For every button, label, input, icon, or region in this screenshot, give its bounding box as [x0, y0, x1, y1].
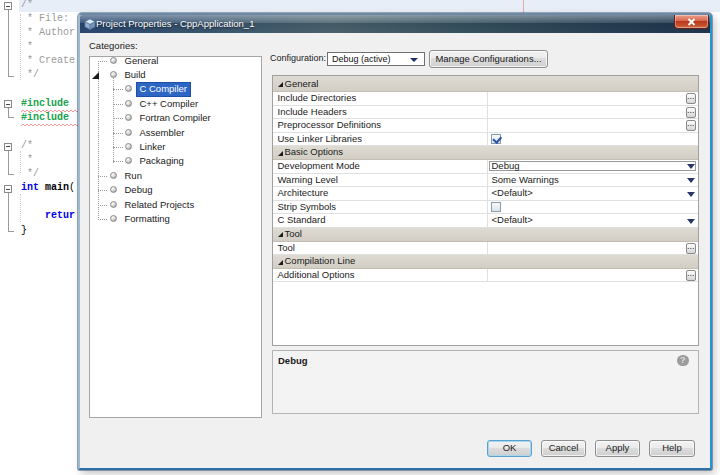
tree-item-fortran-compiler[interactable]: Fortran Compiler: [90, 111, 261, 125]
tree-item-packaging[interactable]: Packaging: [90, 154, 261, 168]
checkbox-checked[interactable]: [491, 134, 501, 144]
property-value-cell[interactable]: Debug: [487, 160, 698, 173]
tree-item-label: Run: [125, 170, 142, 183]
chevron-down-icon[interactable]: [687, 178, 695, 183]
chevron-down-icon[interactable]: [687, 164, 695, 169]
help-icon[interactable]: ?: [677, 355, 689, 367]
property-label: Use Linker Libraries: [278, 133, 362, 146]
property-row-warning-level[interactable]: Warning Level Some Warnings: [273, 174, 698, 188]
tree-item-assembler[interactable]: Assembler: [90, 126, 261, 140]
fold-collapse-icon[interactable]: [4, 143, 12, 151]
property-value: Some Warnings: [492, 174, 559, 187]
property-label: Tool: [278, 242, 295, 255]
selected-property-name: Debug: [278, 355, 308, 366]
property-value-cell[interactable]: ...: [487, 119, 698, 132]
property-label: Additional Options: [278, 269, 355, 282]
dialog-title: Project Properties - CppApplication_1: [96, 18, 254, 29]
source-code: /* * File: * Author * * Create */ #inclu…: [21, 0, 75, 238]
category-node-icon: [125, 100, 132, 107]
property-value-cell[interactable]: ...: [487, 92, 698, 105]
ellipsis-button[interactable]: ...: [686, 243, 697, 254]
chevron-down-icon[interactable]: [687, 219, 695, 224]
property-value-cell[interactable]: ...: [487, 106, 698, 119]
section-expanded-icon: [278, 82, 283, 87]
fold-collapse-icon[interactable]: [4, 2, 12, 10]
property-row-strip-symbols[interactable]: Strip Symbols: [273, 201, 698, 215]
property-row-tool[interactable]: Tool ...: [273, 242, 698, 256]
dialog-titlebar[interactable]: Project Properties - CppApplication_1: [80, 15, 710, 33]
fold-end-corner: [8, 117, 14, 118]
ellipsis-button[interactable]: ...: [686, 270, 697, 281]
ok-button[interactable]: OK: [487, 440, 532, 457]
tree-item-build[interactable]: Build: [90, 68, 261, 82]
cancel-button[interactable]: Cancel: [541, 440, 586, 457]
ellipsis-button[interactable]: ...: [686, 120, 697, 131]
property-row-use-linker-libraries[interactable]: Use Linker Libraries: [273, 133, 698, 147]
tree-item-formatting[interactable]: Formatting: [90, 212, 261, 226]
category-node-icon: [125, 143, 132, 150]
section-header-general[interactable]: General: [273, 76, 698, 92]
chevron-down-icon[interactable]: [687, 192, 695, 197]
property-row-architecture[interactable]: Architecture <Default>: [273, 187, 698, 201]
property-value-cell[interactable]: <Default>: [487, 187, 698, 200]
tree-connector: [113, 89, 123, 90]
tree-item-c-compiler[interactable]: C Compiler: [90, 82, 261, 96]
category-node-icon: [125, 157, 132, 164]
section-header-compilation-line[interactable]: Compilation Line: [273, 255, 698, 269]
property-label: Include Directories: [278, 92, 357, 105]
section-header-tool[interactable]: Tool: [273, 228, 698, 242]
property-row-include-directories[interactable]: Include Directories ...: [273, 92, 698, 106]
property-value-cell[interactable]: ...: [487, 242, 698, 255]
tree-item-label: C++ Compiler: [140, 98, 199, 111]
tree-item-general[interactable]: General: [90, 54, 261, 68]
code-line: * File:: [21, 12, 75, 26]
manage-configurations-button[interactable]: Manage Configurations...: [429, 50, 548, 68]
property-value-cell[interactable]: ...: [487, 269, 698, 282]
close-button[interactable]: [674, 15, 709, 29]
error-squiggle: [21, 123, 79, 127]
categories-tree: General Build C Compiler C++ Compiler: [89, 56, 262, 418]
tree-item-label: C Compiler: [137, 83, 191, 96]
ellipsis-button[interactable]: ...: [686, 107, 697, 118]
value-editor-outline: [489, 161, 697, 171]
configuration-dropdown[interactable]: Debug (active): [327, 52, 425, 66]
ellipsis-button[interactable]: ...: [686, 93, 697, 104]
code-line: */: [21, 167, 75, 181]
fold-collapse-icon[interactable]: [4, 185, 12, 193]
property-value-cell[interactable]: [487, 133, 698, 146]
section-expanded-icon: [278, 151, 283, 156]
property-row-development-mode[interactable]: Development Mode Debug: [273, 160, 698, 174]
tree-expanded-icon[interactable]: [92, 72, 99, 79]
property-value-cell[interactable]: <Default>: [487, 214, 698, 227]
property-row-additional-options[interactable]: Additional Options ...: [273, 269, 698, 283]
fold-collapse-icon[interactable]: [4, 100, 12, 108]
property-row-c-standard[interactable]: C Standard <Default>: [273, 214, 698, 228]
tree-item-run[interactable]: Run: [90, 169, 261, 183]
property-label: General: [285, 76, 319, 91]
checkbox-unchecked[interactable]: [491, 202, 501, 212]
help-button[interactable]: Help: [649, 440, 695, 457]
tree-item-label: Linker: [140, 141, 166, 154]
property-value-cell[interactable]: [487, 201, 698, 214]
code-line: int main(: [21, 181, 75, 195]
property-row-preprocessor-definitions[interactable]: Preprocessor Definitions ...: [273, 119, 698, 133]
category-node-icon: [125, 129, 132, 136]
property-row-include-headers[interactable]: Include Headers ...: [273, 106, 698, 120]
section-header-basic-options[interactable]: Basic Options: [273, 146, 698, 160]
current-line-highlight: [19, 0, 720, 12]
tree-item-linker[interactable]: Linker: [90, 140, 261, 154]
property-label: Compilation Line: [285, 255, 356, 268]
code-line: }: [21, 224, 75, 238]
tree-item-cpp-compiler[interactable]: C++ Compiler: [90, 97, 261, 111]
property-value-cell[interactable]: Some Warnings: [487, 174, 698, 187]
fold-end-corner: [8, 174, 14, 175]
tree-item-label: Formatting: [125, 213, 170, 226]
tree-item-label: Related Projects: [125, 199, 195, 212]
tree-item-related-projects[interactable]: Related Projects: [90, 198, 261, 212]
category-node-icon: [125, 85, 132, 92]
apply-button[interactable]: Apply: [595, 440, 640, 457]
tree-connector: [113, 147, 123, 148]
tree-connector: [113, 161, 123, 162]
tree-item-debug[interactable]: Debug: [90, 183, 261, 197]
tree-item-label: General: [125, 55, 159, 68]
